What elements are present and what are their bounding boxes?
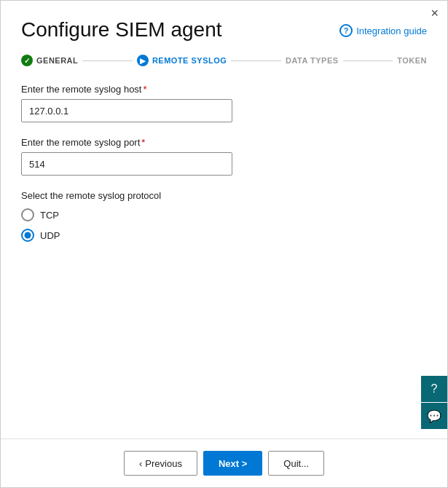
step-general: ✓ GENERAL	[21, 55, 78, 66]
tcp-radio[interactable]	[21, 208, 34, 221]
port-field-group: Enter the remote syslog port*	[21, 137, 427, 176]
previous-button[interactable]: ‹ Previous	[124, 451, 197, 476]
step-line-1	[82, 60, 133, 61]
step-general-label: GENERAL	[36, 56, 78, 65]
footer: ‹ Previous Next > Quit...	[1, 438, 447, 487]
step-remote-syslog-icon: ▶	[137, 55, 149, 66]
step-remote-syslog: ▶ REMOTE SYSLOG	[137, 55, 227, 66]
help-circle-icon: ?	[339, 24, 353, 37]
integration-guide-link[interactable]: ? Integration guide	[339, 24, 427, 37]
step-data-types-label: DATA TYPES	[286, 56, 339, 65]
host-input[interactable]	[21, 99, 232, 122]
close-button[interactable]: ×	[431, 7, 439, 20]
side-help-icon: ?	[431, 382, 438, 395]
next-button[interactable]: Next >	[203, 451, 262, 476]
host-required-star: *	[143, 84, 146, 95]
side-help-button[interactable]: ?	[421, 376, 447, 402]
protocol-label: Select the remote syslog protocol	[21, 190, 427, 201]
step-token: TOKEN	[397, 56, 427, 65]
step-token-label: TOKEN	[397, 56, 427, 65]
udp-radio-option[interactable]: UDP	[21, 229, 427, 242]
udp-label: UDP	[40, 230, 60, 241]
previous-chevron-icon: ‹	[139, 458, 142, 469]
host-field-group: Enter the remote syslog host*	[21, 84, 427, 122]
step-line-2	[231, 60, 281, 61]
port-required-star: *	[141, 137, 145, 148]
step-remote-syslog-label: REMOTE SYSLOG	[152, 56, 227, 65]
step-general-icon: ✓	[21, 55, 33, 66]
page-title: Configure SIEM agent	[21, 18, 222, 42]
step-line-3	[343, 60, 393, 61]
host-field-label: Enter the remote syslog host*	[21, 84, 427, 95]
stepper: ✓ GENERAL ▶ REMOTE SYSLOG DATA TYPES TOK…	[1, 42, 447, 66]
side-chat-icon: 💬	[427, 409, 441, 423]
protocol-field-group: Select the remote syslog protocol TCP UD…	[21, 190, 427, 242]
form-area: Enter the remote syslog host* Enter the …	[1, 66, 447, 242]
port-input[interactable]	[21, 152, 232, 176]
step-data-types: DATA TYPES	[286, 56, 339, 65]
quit-button[interactable]: Quit...	[268, 451, 324, 476]
integration-guide-label: Integration guide	[356, 25, 427, 36]
tcp-label: TCP	[40, 210, 59, 221]
side-chat-button[interactable]: 💬	[421, 403, 447, 429]
port-field-label: Enter the remote syslog port*	[21, 137, 427, 148]
side-panel: ? 💬	[421, 376, 447, 429]
tcp-radio-option[interactable]: TCP	[21, 208, 427, 221]
udp-radio[interactable]	[21, 229, 34, 242]
header: Configure SIEM agent ? Integration guide	[1, 1, 447, 42]
